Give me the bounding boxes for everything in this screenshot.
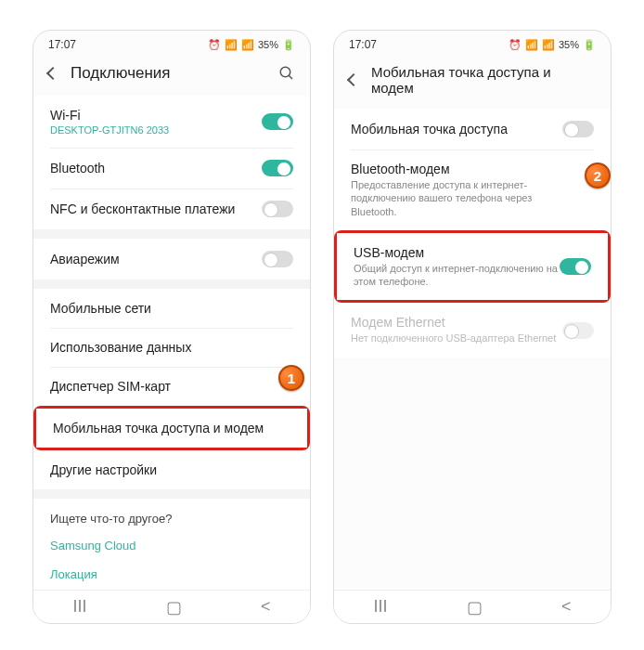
highlight-hotspot: Мобильная точка доступа и модем <box>33 406 310 450</box>
badge-1: 1 <box>278 365 304 391</box>
wifi-icon: 📶 <box>525 39 538 51</box>
battery-text: 35% <box>258 39 278 50</box>
search-heading: Ищете что-то другое? <box>33 499 310 531</box>
badge-2: 2 <box>585 162 611 188</box>
wifi-toggle[interactable] <box>262 113 293 130</box>
row-hotspot[interactable]: Мобильная точка доступа <box>334 109 611 150</box>
header: Подключения <box>33 55 310 96</box>
search-icon[interactable] <box>278 65 295 82</box>
phone-right: 17:07 ⏰ 📶 📶 35% 🔋 Мобильная точка доступ… <box>333 30 612 624</box>
battery-icon: 🔋 <box>583 39 596 51</box>
row-sim[interactable]: Диспетчер SIM-карт 1 <box>33 367 310 406</box>
link-location[interactable]: Локация <box>33 560 310 589</box>
row-ethernet: Модем Ethernet Нет подключенного USB-ада… <box>334 303 611 357</box>
row-nfc[interactable]: NFC и бесконтактные платежи <box>33 188 310 229</box>
row-bt-modem[interactable]: Bluetooth-модем Предоставление доступа к… <box>334 150 611 230</box>
usb-desc: Общий доступ к интернет-подключению на э… <box>354 262 560 289</box>
eth-desc: Нет подключенного USB-адаптера Ethernet <box>351 332 562 344</box>
nfc-label: NFC и бесконтактные платежи <box>50 202 262 216</box>
navbar: III ▢ < <box>334 590 611 623</box>
back-icon[interactable] <box>347 73 360 86</box>
row-other[interactable]: Другие настройки <box>33 450 310 489</box>
nav-home[interactable]: ▢ <box>166 597 182 618</box>
status-time: 17:07 <box>349 38 377 51</box>
nav-back[interactable]: < <box>561 597 572 617</box>
svg-point-0 <box>280 67 290 77</box>
usb-toggle[interactable] <box>560 258 591 275</box>
header: Мобильная точка доступа и модем <box>334 55 611 109</box>
row-usb[interactable]: USB-модем Общий доступ к интернет-подклю… <box>337 233 608 301</box>
alarm-icon: ⏰ <box>509 39 522 51</box>
sim-label: Диспетчер SIM-карт <box>50 379 293 394</box>
settings-list: Мобильная точка доступа Bluetooth-модем … <box>334 109 611 590</box>
wifi-sub: DESKTOP-GTJITN6 2033 <box>50 124 262 136</box>
navbar: III ▢ < <box>33 590 310 623</box>
eth-label: Модем Ethernet <box>351 315 562 330</box>
row-mobile-nets[interactable]: Мобильные сети <box>33 289 310 328</box>
link-samsung-cloud[interactable]: Samsung Cloud <box>33 531 310 560</box>
battery-text: 35% <box>559 39 579 50</box>
status-time: 17:07 <box>48 38 76 51</box>
usb-label: USB-модем <box>354 245 560 260</box>
back-icon[interactable] <box>46 67 59 80</box>
data-usage-label: Использование данных <box>50 340 293 355</box>
nav-back[interactable]: < <box>261 597 271 617</box>
page-title: Подключения <box>71 64 265 83</box>
signal-icon: 📶 <box>542 39 555 51</box>
status-icons: ⏰ 📶 📶 35% 🔋 <box>208 39 295 51</box>
row-data-usage[interactable]: Использование данных <box>33 328 310 367</box>
status-bar: 17:07 ⏰ 📶 📶 35% 🔋 <box>334 31 611 55</box>
phone-left: 17:07 ⏰ 📶 📶 35% 🔋 Подключения Wi-Fi DESK… <box>32 30 311 624</box>
bt-modem-desc: Предоставление доступа к интернет-подклю… <box>351 178 594 218</box>
row-bluetooth[interactable]: Bluetooth <box>33 148 310 188</box>
other-label: Другие настройки <box>50 462 293 477</box>
settings-list: Wi-Fi DESKTOP-GTJITN6 2033 Bluetooth NFC… <box>33 96 310 590</box>
nav-home[interactable]: ▢ <box>467 597 483 618</box>
row-wifi[interactable]: Wi-Fi DESKTOP-GTJITN6 2033 <box>33 96 310 148</box>
eth-toggle <box>562 322 594 339</box>
row-hotspot[interactable]: Мобильная точка доступа и модем <box>36 409 307 448</box>
battery-icon: 🔋 <box>282 39 295 51</box>
hotspot-label: Мобильная точка доступа и модем <box>53 421 290 436</box>
nav-recent[interactable]: III <box>374 597 388 617</box>
page-title: Мобильная точка доступа и модем <box>371 64 596 96</box>
bt-toggle[interactable] <box>262 160 293 176</box>
mobile-nets-label: Мобильные сети <box>50 301 293 316</box>
bt-modem-label: Bluetooth-модем <box>351 162 594 176</box>
airplane-label: Авиарежим <box>50 252 262 266</box>
status-icons: ⏰ 📶 📶 35% 🔋 <box>509 39 596 51</box>
hotspot-toggle[interactable] <box>562 121 594 137</box>
wifi-label: Wi-Fi <box>50 108 262 123</box>
signal-icon: 📶 <box>241 39 254 51</box>
nfc-toggle[interactable] <box>262 201 293 217</box>
divider <box>33 489 310 499</box>
divider <box>33 229 310 239</box>
row-airplane[interactable]: Авиарежим <box>33 239 310 280</box>
wifi-icon: 📶 <box>225 39 238 51</box>
divider <box>33 280 310 289</box>
nav-recent[interactable]: III <box>73 597 87 617</box>
bt-label: Bluetooth <box>50 161 262 176</box>
svg-line-1 <box>289 75 292 79</box>
status-bar: 17:07 ⏰ 📶 📶 35% 🔋 <box>33 31 310 55</box>
hotspot-label: Мобильная точка доступа <box>351 122 562 136</box>
airplane-toggle[interactable] <box>262 251 293 267</box>
alarm-icon: ⏰ <box>208 39 221 51</box>
highlight-usb: USB-модем Общий доступ к интернет-подклю… <box>334 230 611 304</box>
